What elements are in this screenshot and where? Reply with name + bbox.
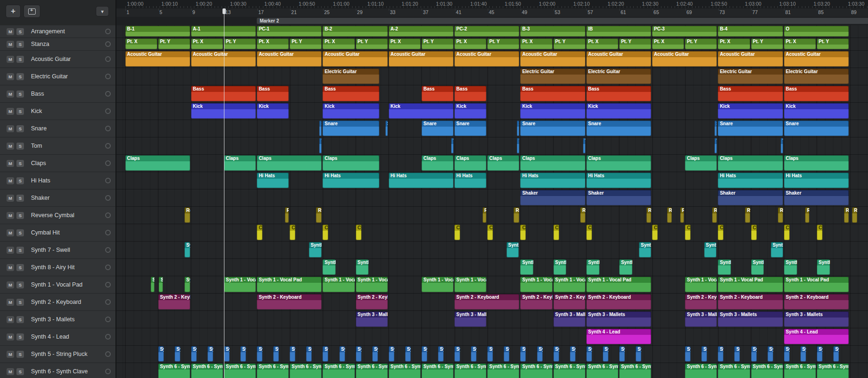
region[interactable]: Synth 5 - String Pluck bbox=[553, 346, 559, 362]
region[interactable]: Acoustic Guitar bbox=[652, 51, 717, 67]
record-enable-dot[interactable] bbox=[105, 56, 111, 62]
region[interactable]: Synth 8 - Airy Hit bbox=[356, 259, 369, 275]
track-lane[interactable]: BassBassBassBassBassBassBassBassBass bbox=[116, 85, 868, 103]
region[interactable]: Synth 8 - Airy Hit bbox=[619, 259, 632, 275]
region[interactable]: Pt. Y bbox=[356, 38, 388, 49]
playhead[interactable] bbox=[224, 8, 224, 378]
record-enable-dot[interactable] bbox=[105, 212, 111, 218]
region[interactable]: Claps bbox=[520, 155, 585, 171]
mute-button[interactable]: M bbox=[7, 56, 14, 63]
region[interactable]: Claps bbox=[125, 155, 190, 171]
region[interactable]: Synth 5 - String Pluck bbox=[487, 346, 493, 362]
track-lane[interactable]: Pt. XPt. YPt. XPt. YPt. XPt. YPt. XPt. Y… bbox=[116, 38, 868, 51]
mute-button[interactable]: M bbox=[7, 28, 14, 35]
region[interactable]: Claps bbox=[586, 155, 651, 171]
record-enable-dot[interactable] bbox=[105, 282, 111, 287]
region[interactable]: Synth 2 - Keyboard bbox=[158, 294, 190, 310]
region[interactable]: Synth 8 - Airy Hit bbox=[784, 259, 797, 275]
track-header[interactable]: MSSynth 5 - String Pluck bbox=[0, 346, 115, 363]
track-header[interactable]: MSHi Hats bbox=[0, 172, 115, 189]
region[interactable]: Cymbal Hit bbox=[487, 225, 493, 240]
region[interactable]: Bass bbox=[454, 86, 486, 101]
region[interactable]: Kick bbox=[191, 103, 256, 119]
region[interactable]: Synth 5 - String Pluck bbox=[175, 346, 180, 362]
region[interactable]: Synth 6 - Synth Clave bbox=[619, 363, 651, 378]
region[interactable]: Synth 1 - Vocal Pad bbox=[422, 277, 453, 292]
add-track-button[interactable]: + bbox=[6, 5, 21, 18]
region[interactable]: Electric Guitar bbox=[520, 68, 585, 84]
track-lane[interactable]: ClapsClapsClapsClapsClapsClapsClapsClaps… bbox=[116, 155, 868, 172]
region[interactable]: Synth 1 - Vocal Pad bbox=[356, 277, 388, 292]
track-lane[interactable]: B-1A-1PC-1B-2A-2PC-2B-3IBPC-3B-4O bbox=[116, 25, 868, 38]
track-lane[interactable]: Synth 5 - String PluckSynth 5 - String P… bbox=[116, 346, 868, 363]
region[interactable]: Kick bbox=[784, 103, 849, 119]
region[interactable]: Reverse Cymbal bbox=[483, 207, 487, 223]
region[interactable]: Cymbal Hit bbox=[784, 225, 790, 240]
duplicate-track-button[interactable] bbox=[23, 5, 40, 18]
solo-button[interactable]: S bbox=[16, 143, 24, 150]
region[interactable]: Kick bbox=[520, 103, 585, 119]
region[interactable]: Reverse Cymbal bbox=[580, 207, 585, 223]
record-enable-dot[interactable] bbox=[105, 230, 111, 235]
region[interactable]: Hi Hats bbox=[454, 173, 486, 188]
region[interactable]: B-1 bbox=[125, 26, 190, 37]
region[interactable]: Pt. X bbox=[125, 38, 157, 49]
track-header[interactable]: MSStanza bbox=[0, 38, 115, 51]
region[interactable]: Synth 7 - Swell bbox=[639, 242, 651, 257]
track-lane[interactable]: Synth 6 - Synth ClaveSynth 6 - Synth Cla… bbox=[116, 363, 868, 378]
mute-button[interactable]: M bbox=[7, 212, 14, 219]
bar-ruler[interactable]: 1591317212529333741454953576165697377818… bbox=[116, 8, 868, 17]
region[interactable]: Synth 6 - Synth Clave bbox=[158, 363, 190, 378]
track-name[interactable]: Cymbal Hit bbox=[31, 229, 105, 236]
region[interactable]: Synth 5 - String Pluck bbox=[290, 346, 295, 362]
track-header[interactable]: MSKick bbox=[0, 103, 115, 120]
region[interactable]: Pt. Y bbox=[224, 38, 256, 49]
solo-button[interactable]: S bbox=[16, 281, 24, 288]
region[interactable]: Synth 5 - String Pluck bbox=[504, 346, 509, 362]
track-header[interactable]: MSReverse Cymbal bbox=[0, 207, 115, 224]
region[interactable]: Pt. X bbox=[586, 38, 618, 49]
region[interactable]: Synth 5 - String Pluck bbox=[471, 346, 476, 362]
region[interactable]: Snare bbox=[586, 121, 651, 136]
region[interactable]: Synth 3 - Mallets bbox=[553, 311, 585, 327]
region[interactable]: Pt. Y bbox=[817, 38, 849, 49]
region[interactable]: Synth 7 - Swell bbox=[704, 242, 716, 257]
region[interactable]: Synth 5 - String Pluck bbox=[191, 346, 197, 362]
region[interactable]: Bass bbox=[586, 86, 651, 101]
region[interactable]: Tom bbox=[714, 138, 717, 153]
region[interactable]: Snare bbox=[517, 121, 519, 136]
region[interactable]: Pt. X bbox=[652, 38, 684, 49]
region[interactable]: Tom bbox=[517, 138, 519, 153]
region[interactable]: Hi Hats bbox=[586, 173, 651, 188]
region[interactable]: Synth 6 - Synth Clave bbox=[520, 363, 552, 378]
region[interactable]: Hi Hats bbox=[520, 173, 585, 188]
region[interactable]: Synth 5 - String Pluck bbox=[224, 346, 230, 362]
region[interactable]: Reverse Cymbal bbox=[646, 207, 651, 223]
region[interactable]: Synth 4 - Lead bbox=[784, 329, 849, 344]
region[interactable]: Snare bbox=[319, 121, 322, 136]
region[interactable]: Synth 2 - Keyboard bbox=[586, 294, 651, 310]
region[interactable]: Acoustic Guitar bbox=[389, 51, 453, 67]
region[interactable]: Synth 1 - Vocal Pad bbox=[323, 277, 354, 292]
region[interactable]: Tom bbox=[319, 138, 322, 153]
solo-button[interactable]: S bbox=[16, 351, 24, 358]
record-enable-dot[interactable] bbox=[105, 265, 111, 270]
region[interactable]: Synth 5 - String Pluck bbox=[339, 346, 345, 362]
region[interactable]: Synth 5 - String Pluck bbox=[751, 346, 757, 362]
region[interactable]: Electric Guitar bbox=[784, 68, 849, 84]
solo-button[interactable]: S bbox=[16, 212, 24, 219]
record-enable-dot[interactable] bbox=[105, 317, 111, 322]
solo-button[interactable]: S bbox=[16, 160, 24, 167]
record-enable-dot[interactable] bbox=[105, 74, 111, 79]
region[interactable]: Synth 2 - Keyboard bbox=[553, 294, 585, 310]
mute-button[interactable]: M bbox=[7, 351, 14, 358]
region[interactable]: Synth 8 - Airy Hit bbox=[520, 259, 533, 275]
region[interactable]: Synth 5 - String Pluck bbox=[603, 346, 608, 362]
region[interactable]: Kick bbox=[454, 103, 486, 119]
region[interactable]: Reverse Cymbal bbox=[852, 207, 857, 223]
track-header[interactable]: MSBass bbox=[0, 85, 115, 103]
region[interactable]: Synth 4 - Lead bbox=[586, 329, 651, 344]
region[interactable]: Reverse Cymbal bbox=[184, 207, 190, 223]
region[interactable]: Synth 8 - Airy Hit bbox=[586, 259, 599, 275]
region[interactable]: Synth 5 - String Pluck bbox=[520, 346, 526, 362]
